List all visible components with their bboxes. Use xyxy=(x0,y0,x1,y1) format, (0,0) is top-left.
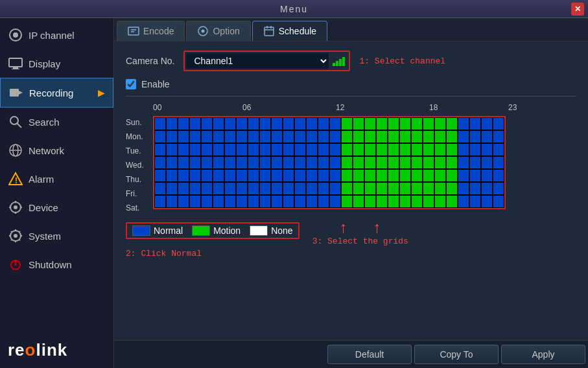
grid-cell[interactable] xyxy=(224,182,236,195)
enable-checkbox[interactable] xyxy=(126,79,136,89)
grid-cell[interactable] xyxy=(341,117,353,130)
grid-cell[interactable] xyxy=(329,169,341,182)
grid-cell[interactable] xyxy=(213,169,224,182)
grid-cell[interactable] xyxy=(306,143,318,156)
grid-cell[interactable] xyxy=(423,143,434,156)
grid-cell[interactable] xyxy=(259,195,271,208)
apply-button[interactable]: Apply xyxy=(501,345,585,364)
grid-cell[interactable] xyxy=(166,143,178,156)
grid-cell[interactable] xyxy=(178,117,189,130)
grid-cell[interactable] xyxy=(434,169,446,182)
grid-cell[interactable] xyxy=(329,117,341,130)
grid-cell[interactable] xyxy=(224,195,236,208)
grid-cell[interactable] xyxy=(213,195,224,208)
grid-cell[interactable] xyxy=(213,117,224,130)
grid-cell[interactable] xyxy=(213,143,224,156)
grid-cell[interactable] xyxy=(399,195,411,208)
grid-cell[interactable] xyxy=(458,169,469,182)
grid-cell[interactable] xyxy=(481,195,493,208)
grid-cell[interactable] xyxy=(166,169,178,182)
sidebar-item-system[interactable]: System xyxy=(0,222,113,250)
grid-cell[interactable] xyxy=(329,143,341,156)
grid-cell[interactable] xyxy=(248,169,259,182)
grid-cell[interactable] xyxy=(329,195,341,208)
grid-cell[interactable] xyxy=(189,195,201,208)
grid-cell[interactable] xyxy=(318,169,329,182)
grid-cell[interactable] xyxy=(388,182,399,195)
grid-cell[interactable] xyxy=(154,143,166,156)
grid-cell[interactable] xyxy=(493,182,504,195)
sidebar-item-recording[interactable]: Recording ▶ xyxy=(0,78,113,108)
grid-cell[interactable] xyxy=(376,117,388,130)
grid-cell[interactable] xyxy=(364,182,376,195)
grid-cell[interactable] xyxy=(154,169,166,182)
grid-cell[interactable] xyxy=(446,195,458,208)
grid-cell[interactable] xyxy=(201,182,213,195)
grid-cell[interactable] xyxy=(248,143,259,156)
grid-cell[interactable] xyxy=(469,143,481,156)
grid-cell[interactable] xyxy=(388,117,399,130)
grid-cell[interactable] xyxy=(341,156,353,169)
grid-cell[interactable] xyxy=(423,195,434,208)
grid-cell[interactable] xyxy=(446,182,458,195)
grid-cell[interactable] xyxy=(318,117,329,130)
tab-schedule[interactable]: Schedule xyxy=(252,21,327,41)
grid-cell[interactable] xyxy=(178,169,189,182)
grid-cell[interactable] xyxy=(166,130,178,143)
grid-cell[interactable] xyxy=(224,130,236,143)
grid-cell[interactable] xyxy=(481,117,493,130)
sidebar-item-display[interactable]: Display xyxy=(0,49,113,78)
grid-cell[interactable] xyxy=(318,182,329,195)
grid-cell[interactable] xyxy=(189,156,201,169)
grid-cell[interactable] xyxy=(224,143,236,156)
grid-cell[interactable] xyxy=(423,156,434,169)
grid-cell[interactable] xyxy=(388,156,399,169)
grid-cell[interactable] xyxy=(318,130,329,143)
grid-cell[interactable] xyxy=(423,117,434,130)
grid-cell[interactable] xyxy=(166,156,178,169)
grid-cell[interactable] xyxy=(259,117,271,130)
grid-cell[interactable] xyxy=(283,195,294,208)
grid-cell[interactable] xyxy=(353,182,364,195)
grid-cell[interactable] xyxy=(283,143,294,156)
grid-cell[interactable] xyxy=(481,169,493,182)
grid-cell[interactable] xyxy=(329,182,341,195)
grid-cell[interactable] xyxy=(481,182,493,195)
grid-cell[interactable] xyxy=(178,182,189,195)
grid-cell[interactable] xyxy=(166,117,178,130)
grid-cell[interactable] xyxy=(423,169,434,182)
grid-cell[interactable] xyxy=(154,195,166,208)
grid-cell[interactable] xyxy=(469,156,481,169)
grid-cell[interactable] xyxy=(353,130,364,143)
grid-cell[interactable] xyxy=(154,156,166,169)
grid-cell[interactable] xyxy=(283,130,294,143)
grid-cell[interactable] xyxy=(469,169,481,182)
grid-cell[interactable] xyxy=(224,156,236,169)
grid-cell[interactable] xyxy=(446,156,458,169)
grid-cell[interactable] xyxy=(318,143,329,156)
sidebar-item-ip-channel[interactable]: IP channel xyxy=(0,21,113,49)
grid-cell[interactable] xyxy=(213,156,224,169)
grid-cell[interactable] xyxy=(259,169,271,182)
grid-cell[interactable] xyxy=(353,156,364,169)
grid-cell[interactable] xyxy=(493,169,504,182)
grid-cell[interactable] xyxy=(166,195,178,208)
grid-cell[interactable] xyxy=(189,130,201,143)
grid-cell[interactable] xyxy=(411,156,423,169)
grid-cell[interactable] xyxy=(446,130,458,143)
grid-cell[interactable] xyxy=(411,143,423,156)
grid-cell[interactable] xyxy=(259,143,271,156)
grid-cell[interactable] xyxy=(294,169,306,182)
grid-cell[interactable] xyxy=(236,143,248,156)
grid-cell[interactable] xyxy=(259,156,271,169)
grid-cell[interactable] xyxy=(271,143,283,156)
grid-cell[interactable] xyxy=(248,156,259,169)
grid-cell[interactable] xyxy=(283,156,294,169)
sidebar-item-device[interactable]: Device xyxy=(0,193,113,222)
grid-cell[interactable] xyxy=(248,117,259,130)
grid-cell[interactable] xyxy=(353,143,364,156)
grid-cell[interactable] xyxy=(364,169,376,182)
grid-cell[interactable] xyxy=(341,182,353,195)
grid-cell[interactable] xyxy=(434,182,446,195)
grid-cell[interactable] xyxy=(236,182,248,195)
